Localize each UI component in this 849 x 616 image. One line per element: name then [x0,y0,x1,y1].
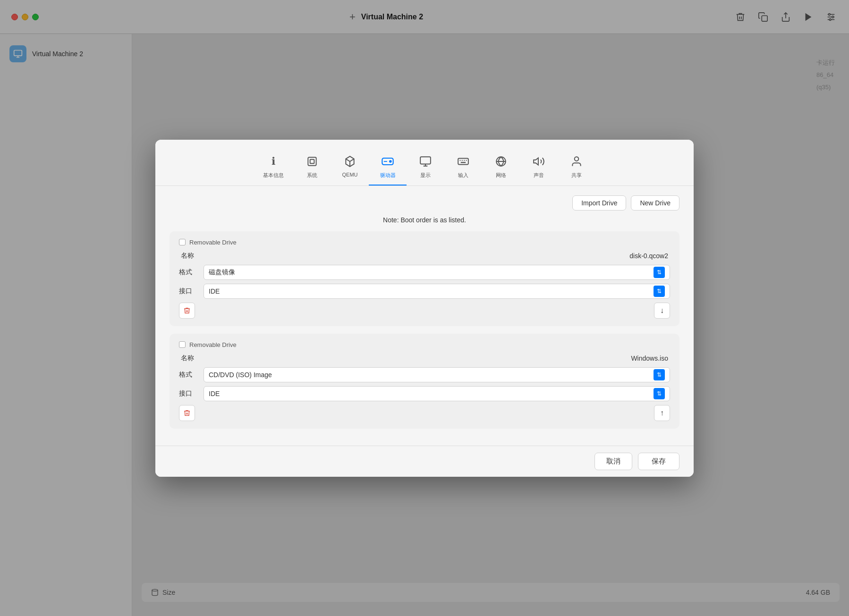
tab-network[interactable]: 网络 [482,149,520,186]
tab-basic[interactable]: ℹ 基本信息 [254,149,293,186]
drive-card-2: Removable Drive 名称 Windows.iso 格式 CD/DVD… [170,334,679,429]
drive-2-delete-button[interactable] [179,405,195,421]
tab-input[interactable]: 输入 [444,149,482,186]
drive-card-1: Removable Drive 名称 disk-0.qcow2 格式 磁盘镜像 … [170,231,679,326]
drive-2-interface-label: 接口 [179,389,198,398]
drive-1-name-value: disk-0.qcow2 [629,252,668,260]
sharing-icon [568,153,585,170]
drive-1-format-label: 格式 [179,268,198,277]
drive-2-name-value: Windows.iso [631,354,668,362]
svg-point-25 [575,157,579,161]
tab-network-label: 网络 [496,172,506,179]
drive-1-interface-value: IDE [209,287,220,295]
drive-1-down-button[interactable]: ↓ [654,303,670,319]
tab-drives-label: 驱动器 [380,172,396,179]
drive-2-format-chevron: ⇅ [654,369,665,380]
svg-rect-16 [420,157,431,164]
tab-system-label: 系统 [307,172,317,179]
drives-icon [379,153,396,170]
tab-basic-label: 基本信息 [263,172,284,179]
drive-1-format-value: 磁盘镜像 [209,268,235,277]
drive-action-row: Import Drive New Drive [170,195,679,211]
drive-1-format-row: 格式 磁盘镜像 ⇅ [179,265,670,280]
basic-icon: ℹ [265,153,282,170]
dialog-footer: 取消 保存 [155,446,694,477]
drive-1-name-row: 名称 disk-0.qcow2 [179,252,670,260]
dialog-content: Import Drive New Drive Note: Boot order … [155,186,694,446]
qemu-icon [341,153,358,170]
drive-1-interface-chevron: ⇅ [654,286,665,297]
drive-1-interface-row: 接口 IDE ⇅ [179,284,670,299]
svg-rect-17 [458,158,468,164]
drive-2-up-button[interactable]: ↑ [654,405,670,421]
drive-1-interface-select[interactable]: IDE ⇅ [204,284,670,299]
drive-1-delete-button[interactable] [179,303,195,319]
tab-sharing-label: 共享 [571,172,582,179]
boot-order-note: Note: Boot order is as listed. [170,216,679,224]
drive-2-format-row: 格式 CD/DVD (ISO) Image ⇅ [179,367,670,382]
tab-system[interactable]: 系统 [293,149,331,186]
drive-2-interface-chevron: ⇅ [654,388,665,399]
drive-1-header: Removable Drive [179,239,670,246]
drive-2-removable-checkbox[interactable] [179,341,186,348]
drive-1-removable-checkbox[interactable] [179,239,186,245]
tab-input-label: 输入 [458,172,468,179]
settings-dialog: ℹ 基本信息 系统 QEMU [155,140,694,477]
import-drive-button[interactable]: Import Drive [572,195,626,211]
tab-sound-label: 声音 [534,172,544,179]
drive-1-format-select[interactable]: 磁盘镜像 ⇅ [204,265,670,280]
tab-qemu-label: QEMU [342,172,358,177]
save-button[interactable]: 保存 [638,453,679,470]
tab-sharing[interactable]: 共享 [558,149,595,186]
tab-qemu[interactable]: QEMU [331,149,369,186]
drive-2-format-value: CD/DVD (ISO) Image [209,371,272,379]
drive-1-footer: ↓ [179,303,670,319]
svg-point-14 [390,160,391,162]
drive-2-format-select[interactable]: CD/DVD (ISO) Image ⇅ [204,367,670,382]
tab-sound[interactable]: 声音 [520,149,558,186]
new-drive-button[interactable]: New Drive [631,195,679,211]
tab-display[interactable]: 显示 [407,149,444,186]
drive-2-name-key: 名称 [181,354,194,363]
tab-drives[interactable]: 驱动器 [369,149,407,186]
drive-1-name-key: 名称 [181,252,194,260]
network-icon [492,153,509,170]
drive-2-interface-select[interactable]: IDE ⇅ [204,386,670,401]
drive-2-footer: ↑ [179,405,670,421]
drive-1-interface-label: 接口 [179,287,198,295]
drive-2-interface-row: 接口 IDE ⇅ [179,386,670,401]
cancel-button[interactable]: 取消 [594,453,632,470]
tab-display-label: 显示 [420,172,431,179]
drive-2-format-label: 格式 [179,371,198,379]
drive-2-name-row: 名称 Windows.iso [179,354,670,363]
svg-marker-24 [534,158,538,165]
display-icon [417,153,434,170]
dialog-tabs: ℹ 基本信息 系统 QEMU [155,140,694,186]
drive-2-header: Removable Drive [179,341,670,348]
dialog-overlay: ℹ 基本信息 系统 QEMU [0,0,849,616]
drive-1-format-chevron: ⇅ [654,267,665,278]
drive-2-removable-label: Removable Drive [189,341,237,348]
system-icon [304,153,321,170]
svg-rect-12 [310,159,314,163]
input-icon [455,153,472,170]
drive-2-interface-value: IDE [209,390,220,397]
svg-rect-11 [308,157,316,165]
sound-icon [530,153,547,170]
drive-1-removable-label: Removable Drive [189,239,237,246]
